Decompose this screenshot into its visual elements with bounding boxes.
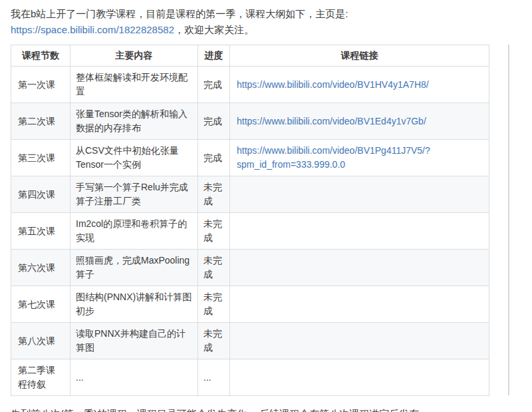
intro-text-before: 我在b站上开了一门教学课程，目前是课程的第一季，课程大纲如下，主页是: xyxy=(11,8,348,19)
table-body: 第一次课整体框架解读和开发环境配置完成https://www.bilibili.… xyxy=(11,67,489,396)
table-header-row: 课程节数 主要内容 进度 课程链接 xyxy=(11,45,489,67)
homepage-link[interactable]: https://space.bilibili.com/1822828582 xyxy=(11,24,174,35)
lesson-cell: 第六次课 xyxy=(11,250,70,286)
lesson-cell: 第二季课程待叙 xyxy=(11,359,70,396)
content-cell: 读取PNNX并构建自己的计算图 xyxy=(70,323,198,359)
table-row: 第二次课张量Tensor类的解析和输入数据的内存排布完成https://www.… xyxy=(11,103,489,140)
table-row: 第二季课程待叙...... xyxy=(11,359,489,396)
content-cell: Im2col的原理和卷积算子的实现 xyxy=(70,213,198,250)
link-cell xyxy=(230,286,489,323)
status-cell: 未完成 xyxy=(198,213,230,250)
course-link[interactable]: https://www.bilibili.com/video/BV1HV4y1A… xyxy=(237,79,429,90)
lesson-cell: 第三次课 xyxy=(11,140,70,176)
table-row: 第四次课手写第一个算子Relu并完成算子注册工厂类未完成 xyxy=(11,176,489,213)
status-cell: 完成 xyxy=(198,67,230,103)
content-cell: 图结构(PNNX)讲解和计算图初步 xyxy=(70,286,198,323)
status-cell: 完成 xyxy=(198,140,230,176)
status-cell: 未完成 xyxy=(198,323,230,359)
content-cell: 照猫画虎，完成MaxPooling算子 xyxy=(70,250,198,286)
header-link: 课程链接 xyxy=(230,45,489,67)
intro-paragraph: 我在b站上开了一门教学课程，目前是课程的第一季，课程大纲如下，主页是: http… xyxy=(11,6,519,37)
header-lesson: 课程节数 xyxy=(11,45,70,67)
content-cell: 手写第一个算子Relu并完成算子注册工厂类 xyxy=(70,176,198,213)
status-cell: 未完成 xyxy=(198,286,230,323)
table-row: 第六次课照猫画虎，完成MaxPooling算子未完成 xyxy=(11,250,489,286)
lesson-cell: 第一次课 xyxy=(11,67,70,103)
lesson-cell: 第五次课 xyxy=(11,213,70,250)
header-content: 主要内容 xyxy=(70,45,198,67)
link-cell xyxy=(230,176,489,213)
table-row: 第三次课从CSV文件中初始化张量Tensor一个实例完成https://www.… xyxy=(11,140,489,176)
lesson-cell: 第四次课 xyxy=(11,176,70,213)
footnote-paragraph: 先列前八次(第一季)的课程，课程目录可能会发生变化。 后续课程会在第八次课程讲完… xyxy=(11,407,519,412)
lesson-cell: 第二次课 xyxy=(11,103,70,140)
status-cell: 未完成 xyxy=(198,176,230,213)
status-cell: 未完成 xyxy=(198,250,230,286)
article-page: 我在b站上开了一门教学课程，目前是课程的第一季，课程大纲如下，主页是: http… xyxy=(0,0,532,412)
course-table-wrapper: 课程节数 主要内容 进度 课程链接 第一次课整体框架解读和开发环境配置完成htt… xyxy=(11,45,489,396)
status-cell: ... xyxy=(198,359,230,396)
page-edge-divider xyxy=(508,45,509,395)
intro-text-after: ，欢迎大家关注。 xyxy=(174,24,254,35)
lesson-cell: 第八次课 xyxy=(11,323,70,359)
link-cell: https://www.bilibili.com/video/BV1Pg411J… xyxy=(230,140,489,176)
table-row: 第七次课图结构(PNNX)讲解和计算图初步未完成 xyxy=(11,286,489,323)
course-outline-table: 课程节数 主要内容 进度 课程链接 第一次课整体框架解读和开发环境配置完成htt… xyxy=(11,45,489,396)
content-cell: ... xyxy=(70,359,198,396)
link-cell: https://www.bilibili.com/video/BV1Ed4y1v… xyxy=(230,103,489,140)
link-cell xyxy=(230,359,489,396)
content-cell: 从CSV文件中初始化张量Tensor一个实例 xyxy=(70,140,198,176)
link-cell: https://www.bilibili.com/video/BV1HV4y1A… xyxy=(230,67,489,103)
link-cell xyxy=(230,250,489,286)
link-cell xyxy=(230,213,489,250)
header-status: 进度 xyxy=(198,45,230,67)
course-link[interactable]: https://www.bilibili.com/video/BV1Ed4y1v… xyxy=(237,116,426,126)
content-cell: 张量Tensor类的解析和输入数据的内存排布 xyxy=(70,103,198,140)
status-cell: 完成 xyxy=(198,103,230,140)
course-link[interactable]: https://www.bilibili.com/video/BV1Pg411J… xyxy=(237,145,430,170)
table-row: 第五次课Im2col的原理和卷积算子的实现未完成 xyxy=(11,213,489,250)
table-row: 第八次课读取PNNX并构建自己的计算图未完成 xyxy=(11,323,489,359)
table-row: 第一次课整体框架解读和开发环境配置完成https://www.bilibili.… xyxy=(11,67,489,103)
content-cell: 整体框架解读和开发环境配置 xyxy=(70,67,198,103)
lesson-cell: 第七次课 xyxy=(11,286,70,323)
link-cell xyxy=(230,323,489,359)
